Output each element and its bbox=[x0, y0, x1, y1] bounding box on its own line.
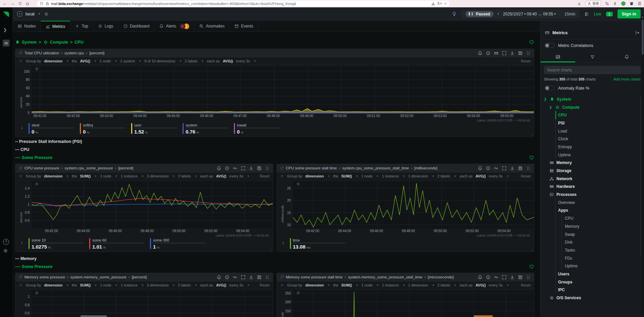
heart-icon[interactable] bbox=[529, 155, 534, 160]
toolbar-token[interactable]: 2 labels bbox=[178, 283, 191, 287]
sidebar-item-memory-16[interactable]: Memory bbox=[541, 222, 644, 230]
toolbar-token[interactable]: each as bbox=[207, 59, 220, 63]
breadcrumb-item-system[interactable]: System bbox=[22, 40, 37, 45]
dots-icon[interactable] bbox=[526, 166, 531, 171]
time-picker[interactable]: Paused ▼ 2025/10/27 • 09:40 → 09:55 • 15… bbox=[461, 10, 580, 18]
room-settings-icon[interactable] bbox=[44, 12, 49, 16]
sidebar-item-clock-5[interactable]: Clock bbox=[541, 135, 644, 143]
anomaly-rate-toggle[interactable] bbox=[545, 86, 555, 91]
tab-events[interactable]: Events bbox=[230, 21, 258, 32]
chevron-right-icon[interactable]: ❯ bbox=[549, 106, 553, 109]
sidebar-item-o-s-services-25[interactable]: O/S Services bbox=[541, 294, 644, 302]
toolbar-token[interactable]: every 3s bbox=[229, 174, 243, 178]
toolbar-token[interactable]: the bbox=[333, 283, 338, 287]
sidebar-item-ipc-24[interactable]: IPC bbox=[541, 286, 644, 294]
paused-pill[interactable]: Paused bbox=[465, 11, 494, 17]
toolbar-token[interactable]: Group by bbox=[26, 283, 41, 287]
expand-icon[interactable] bbox=[502, 275, 507, 280]
reset-button[interactable]: Reset bbox=[260, 174, 269, 178]
toolbar-token[interactable]: 1 instance bbox=[382, 174, 399, 178]
save-page-icon[interactable] bbox=[431, 2, 435, 6]
favorite-heart-icon[interactable] bbox=[529, 40, 534, 45]
bottom-scroll-segment[interactable] bbox=[81, 315, 107, 317]
sidebar-item-storage-9[interactable]: Storage bbox=[541, 167, 644, 175]
tab-logs[interactable]: Logs bbox=[93, 21, 118, 32]
toolbar-token[interactable]: 1 node bbox=[361, 283, 373, 287]
expand-icon[interactable] bbox=[502, 166, 507, 171]
toolbar-token[interactable]: 9 of 10 dimensions bbox=[144, 59, 175, 63]
toolbar-token[interactable]: 1 dimension bbox=[408, 283, 428, 287]
scroll-thumb[interactable] bbox=[642, 19, 644, 55]
tab-alerts[interactable]: Alerts01 bbox=[154, 21, 194, 32]
toolbar-token[interactable]: 2 labels bbox=[438, 283, 450, 287]
toolbar-token[interactable]: dimension bbox=[305, 283, 324, 287]
plot-canvas[interactable] bbox=[32, 66, 534, 113]
sidebar-item-memory-8[interactable]: Memory bbox=[541, 159, 644, 167]
home-icon[interactable] bbox=[26, 2, 30, 6]
dots-icon[interactable] bbox=[526, 275, 531, 280]
sidebar-item-uptime-7[interactable]: Uptime bbox=[541, 151, 644, 159]
sidebar-item-apps-14[interactable]: Apps bbox=[541, 207, 644, 215]
toolbar-token[interactable]: 1 dimension bbox=[408, 174, 428, 178]
tab-nodes[interactable]: Nodes bbox=[12, 21, 41, 32]
reset-button[interactable]: Reset bbox=[521, 283, 531, 287]
info-icon[interactable] bbox=[486, 51, 491, 56]
toolbar-token[interactable]: AVG() bbox=[216, 283, 226, 287]
downloads-icon[interactable] bbox=[577, 2, 581, 6]
toolbar-token[interactable]: the bbox=[333, 174, 338, 178]
bell-icon[interactable] bbox=[478, 166, 483, 171]
toolbar-token[interactable]: dimension bbox=[44, 59, 62, 63]
expand-icon[interactable] bbox=[241, 166, 246, 171]
toolbar-token[interactable]: AVG() bbox=[80, 59, 90, 63]
toolbar-token[interactable]: the bbox=[72, 174, 77, 178]
legend-item-some-300[interactable]: some 3001% bbox=[150, 238, 205, 250]
toolbar-token[interactable]: the bbox=[72, 283, 77, 287]
download-icon[interactable] bbox=[510, 166, 515, 171]
toolbar-token[interactable]: AVG() bbox=[476, 283, 486, 287]
plot-canvas[interactable] bbox=[293, 290, 534, 317]
toolbar-token[interactable]: each as bbox=[459, 283, 473, 287]
sidebar-item-psi-3[interactable]: PSI bbox=[541, 119, 644, 127]
legend-item-softirq[interactable]: softirq0% bbox=[80, 123, 126, 135]
toolbar-token[interactable]: AVG() bbox=[476, 174, 486, 178]
sidebar-item-hardware-11[interactable]: Hardware bbox=[541, 183, 644, 191]
help-icon[interactable]: ? bbox=[3, 239, 9, 245]
resize-icon[interactable] bbox=[530, 133, 533, 136]
tab-metrics[interactable]: Metrics bbox=[41, 21, 70, 32]
page-scrollbar[interactable]: ▲ bbox=[641, 15, 644, 317]
space-caret-icon[interactable]: ▼ bbox=[38, 12, 41, 15]
download-icon[interactable] bbox=[249, 166, 254, 171]
toolbar-token[interactable]: each as bbox=[459, 174, 473, 178]
envelope-icon[interactable] bbox=[494, 51, 499, 56]
chevron-right-icon[interactable]: ❯ bbox=[544, 98, 547, 101]
dots-icon[interactable] bbox=[265, 275, 270, 280]
toolbar-token[interactable]: SUM() bbox=[341, 174, 352, 178]
plot-canvas[interactable] bbox=[32, 181, 273, 228]
reset-button[interactable]: Reset bbox=[260, 283, 269, 287]
toolbar-token[interactable]: Group by bbox=[287, 283, 302, 287]
sidebar-item-cpu-2[interactable]: CPU bbox=[541, 111, 644, 119]
zigzag-icon[interactable] bbox=[233, 166, 238, 171]
toolbar-token[interactable]: every 3s bbox=[489, 283, 503, 287]
sidebar-item-groups-23[interactable]: Groups bbox=[541, 278, 644, 286]
reload-icon[interactable] bbox=[18, 2, 22, 6]
toolbar-token[interactable]: every 3s bbox=[236, 59, 250, 63]
legend-item-iowait[interactable]: iowait0% bbox=[234, 123, 280, 135]
tab-dashboard[interactable]: Dashboard bbox=[118, 21, 155, 32]
sidebar-item-processes-12[interactable]: Processes bbox=[541, 191, 644, 199]
toolbar-token[interactable]: each as bbox=[200, 174, 213, 178]
legend-item-time[interactable]: time13.08ms bbox=[290, 238, 345, 250]
tab-anomalies[interactable]: Anomalies bbox=[194, 21, 230, 32]
netdata-logo[interactable] bbox=[2, 10, 10, 18]
legend-item-some-60[interactable]: some 601.01% bbox=[89, 238, 145, 250]
toolbar-token[interactable]: 3 dimensions bbox=[147, 283, 169, 287]
space-icon[interactable] bbox=[17, 11, 22, 16]
time-caret-icon[interactable]: ▼ bbox=[497, 12, 500, 15]
sidebar-item-network-10[interactable]: Network bbox=[541, 175, 644, 183]
metamask-icon[interactable] bbox=[630, 2, 634, 6]
toolbar-token[interactable]: 1 system bbox=[120, 59, 135, 63]
add-more-charts-link[interactable]: Add more charts bbox=[613, 77, 641, 81]
toolbar-token[interactable]: dimension bbox=[44, 283, 62, 287]
space-name[interactable]: local bbox=[26, 11, 35, 16]
screenshot-icon[interactable] bbox=[605, 2, 609, 6]
